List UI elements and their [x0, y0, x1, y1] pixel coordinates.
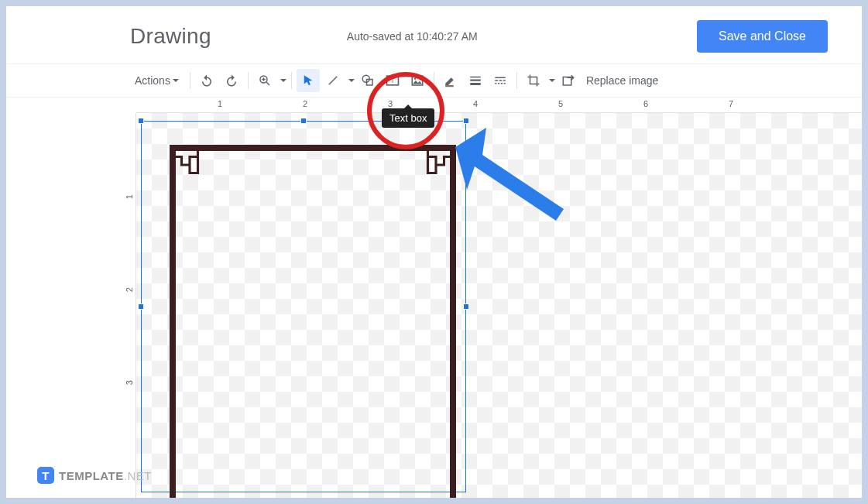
svg-rect-21: [501, 83, 503, 84]
svg-rect-19: [495, 83, 496, 84]
annotation-arrow-icon: [448, 128, 571, 228]
actions-label: Actions: [135, 74, 170, 87]
svg-rect-14: [470, 83, 481, 85]
textbox-tool[interactable]: T: [381, 69, 404, 92]
watermark-badge: T: [37, 467, 54, 484]
line-tool[interactable]: [321, 69, 345, 92]
image-tool[interactable]: [406, 69, 429, 92]
resize-handle[interactable]: [463, 303, 469, 310]
border-weight-button[interactable]: [464, 69, 487, 92]
frame-image[interactable]: [170, 145, 456, 498]
drawing-dialog: Drawing Auto-saved at 10:40:27 AM Save a…: [6, 6, 862, 498]
svg-rect-13: [470, 80, 481, 81]
svg-rect-15: [495, 77, 506, 79]
border-dash-button[interactable]: [489, 69, 512, 92]
resize-handle[interactable]: [300, 118, 307, 124]
reset-image-icon: [561, 74, 575, 87]
shape-tool[interactable]: [356, 69, 379, 92]
shape-icon: [361, 74, 375, 87]
tooltip: Text box: [382, 108, 434, 128]
dialog-header: Drawing Auto-saved at 10:40:27 AM Save a…: [6, 6, 862, 59]
separator: [516, 72, 517, 89]
select-tool[interactable]: [297, 69, 320, 92]
line-dash-icon: [493, 74, 507, 87]
horizontal-ruler[interactable]: 1 2 3 4 5 6 7: [136, 98, 862, 113]
image-icon: [410, 74, 424, 87]
corner-ornament-icon: [173, 149, 206, 181]
svg-line-4: [329, 77, 338, 85]
resize-handle[interactable]: [138, 303, 144, 310]
chevron-down-icon: [280, 79, 286, 82]
watermark: T TEMPLATE.NET: [37, 467, 152, 484]
pen-icon: [444, 74, 458, 87]
crop-button[interactable]: [522, 69, 545, 92]
svg-rect-23: [563, 77, 571, 86]
svg-rect-22: [503, 83, 505, 84]
svg-rect-11: [445, 85, 454, 87]
svg-rect-18: [503, 80, 506, 81]
chevron-down-icon: [549, 79, 555, 82]
redo-button[interactable]: [220, 69, 243, 92]
separator: [434, 72, 434, 89]
line-weight-icon: [468, 74, 482, 87]
watermark-brand: TEMPLATE: [59, 469, 124, 482]
line-icon: [326, 74, 340, 87]
border-color-button[interactable]: [439, 69, 462, 92]
vertical-ruler[interactable]: 1 2 3: [121, 113, 136, 498]
save-close-button[interactable]: Save and Close: [697, 20, 828, 53]
zoom-button[interactable]: [253, 69, 276, 92]
svg-rect-17: [499, 80, 502, 81]
svg-text:T: T: [390, 77, 394, 84]
toolbar: Actions T: [6, 63, 862, 98]
svg-rect-16: [495, 80, 498, 81]
zoom-icon: [258, 74, 272, 87]
separator: [190, 72, 190, 89]
crop-icon: [527, 74, 540, 87]
svg-line-1: [266, 82, 269, 85]
replace-image-button[interactable]: Replace image: [586, 74, 658, 87]
chevron-down-icon: [348, 79, 355, 82]
undo-button[interactable]: [195, 69, 218, 92]
separator: [291, 72, 292, 89]
watermark-domain: .NET: [124, 469, 152, 482]
chevron-down-icon: [173, 79, 179, 82]
svg-rect-12: [470, 77, 481, 78]
selection-box[interactable]: [141, 121, 466, 492]
undo-icon: [200, 74, 214, 87]
actions-menu[interactable]: Actions: [129, 71, 185, 90]
textbox-icon: T: [385, 73, 400, 88]
redo-icon: [225, 74, 238, 87]
decorative-frame: [170, 145, 456, 498]
reset-image-button[interactable]: [557, 69, 580, 92]
resize-handle[interactable]: [463, 118, 469, 124]
autosave-status: Auto-saved at 10:40:27 AM: [347, 30, 478, 43]
svg-point-10: [414, 78, 416, 80]
resize-handle[interactable]: [138, 118, 144, 124]
svg-rect-20: [498, 83, 499, 84]
cursor-icon: [301, 74, 315, 87]
dialog-title: Drawing: [130, 24, 211, 49]
separator: [248, 72, 249, 89]
